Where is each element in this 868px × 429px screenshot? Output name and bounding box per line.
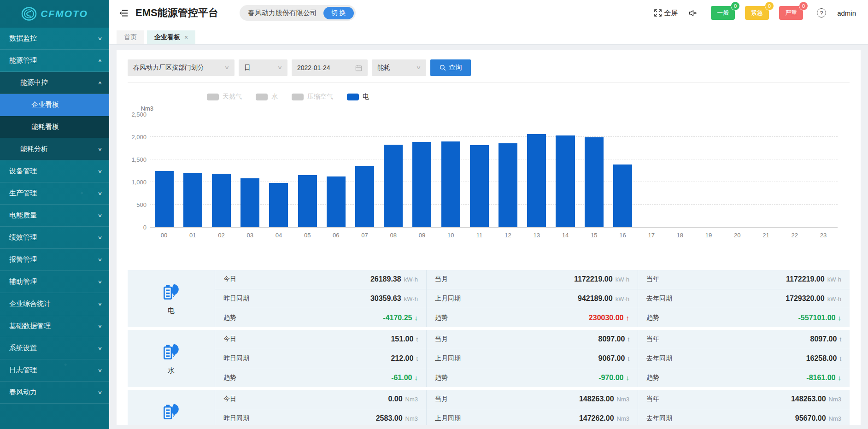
alarm-badge-urgent[interactable]: 紧急0	[745, 6, 769, 20]
mute-button[interactable]	[689, 10, 697, 17]
stat-unit: t	[628, 336, 629, 343]
legend-item[interactable]: 天然气	[207, 93, 242, 101]
chevron-down-icon: ∨	[98, 235, 103, 241]
stat-label: 去年同期	[646, 354, 672, 363]
stat-label: 趋势	[435, 314, 448, 322]
stat-value-wrap: 30359.63kW·h	[370, 294, 418, 303]
legend-item[interactable]: 水	[256, 93, 278, 101]
stat-value: 1172219.00	[786, 275, 825, 283]
sidebar-item[interactable]: 生产管理∨	[0, 182, 109, 205]
stat-value: -557101.00	[798, 314, 836, 322]
sidebar-item[interactable]: 能耗看板	[0, 116, 109, 138]
sidebar-item-label: 能耗看板	[31, 123, 102, 131]
fullscreen-button[interactable]: 全屏	[654, 9, 678, 18]
stat-cell: 当月148263.00Nm3	[427, 390, 638, 409]
stat-value: 942189.00	[578, 294, 613, 303]
sidebar-item[interactable]: 基础数据管理∨	[0, 315, 109, 337]
sidebar-item[interactable]: 能源管理∧	[0, 50, 109, 72]
date-picker[interactable]: 2022-01-24	[292, 59, 368, 76]
period-select[interactable]: 日 ∨	[239, 59, 287, 76]
sidebar-item[interactable]: 报警管理∨	[0, 249, 109, 271]
menu-fold-button[interactable]	[119, 9, 128, 17]
sidebar-item-label: 系统设置	[9, 344, 98, 353]
stat-value: 151.00	[391, 335, 413, 343]
stat-value-wrap: -557101.00↓	[798, 314, 841, 322]
sidebar-item-label: 报警管理	[9, 255, 98, 264]
switch-company-button[interactable]: 切 换	[323, 7, 354, 19]
stat-value: 30359.63	[370, 294, 401, 303]
alarm-badge-general[interactable]: 一般0	[711, 6, 735, 20]
query-button[interactable]: 查询	[430, 59, 471, 76]
org-select[interactable]: 春风动力厂区按部门划分 ∨	[128, 59, 235, 76]
x-axis-label: 16	[619, 232, 626, 239]
sidebar-item[interactable]: 春风动力∨	[0, 382, 109, 404]
chart-bar	[355, 166, 374, 227]
menu-fold-icon	[119, 9, 128, 17]
sidebar-item-label: 辅助管理	[9, 277, 98, 286]
tab-label: 首页	[124, 33, 137, 41]
stat-icon-cell: 天然气	[128, 390, 215, 425]
energy-stats-table: 电今日26189.38kW·h昨日同期30359.63kW·h趋势-4170.2…	[128, 270, 850, 425]
stat-value-wrap: 8097.00t	[810, 335, 841, 343]
legend-item[interactable]: 电	[347, 93, 369, 101]
sidebar-item[interactable]: 数据监控∨	[0, 28, 109, 50]
stat-cell: 昨日同期2583.00Nm3	[215, 409, 427, 425]
sidebar-item-label: 基础数据管理	[9, 322, 98, 330]
alarm-count-badge: 0	[731, 2, 739, 10]
sidebar-item[interactable]: 能源中控∧	[0, 72, 109, 94]
stat-label: 上月同期	[435, 354, 461, 363]
legend-item[interactable]: 压缩空气	[292, 93, 333, 101]
stat-value: 95670.00	[795, 414, 826, 423]
close-icon[interactable]: ×	[184, 34, 188, 41]
stat-value-wrap: 2583.00Nm3	[376, 414, 418, 423]
x-axis-label: 21	[762, 232, 769, 239]
stat-value: 212.00	[391, 354, 413, 363]
stat-value-wrap: 148263.00Nm3	[579, 395, 629, 403]
sidebar-item[interactable]: 日志管理∨	[0, 359, 109, 382]
trend-down-icon: ↓	[838, 374, 842, 382]
app-root: CFMOTO 数据监控∨能源管理∧能源中控∧企业看板能耗看板能耗分析∨设备管理∨…	[0, 0, 868, 429]
stat-cell: 昨日同期30359.63kW·h	[215, 289, 427, 309]
stat-value-wrap: 1172219.00kW·h	[786, 275, 841, 283]
metric-select[interactable]: 能耗 ∨	[372, 59, 426, 76]
alarm-badge-critical[interactable]: 严重0	[779, 6, 803, 20]
sidebar-item[interactable]: 绩效管理∨	[0, 227, 109, 249]
stat-label: 趋势	[646, 314, 659, 322]
tab-enterprise-board[interactable]: 企业看板×	[147, 30, 195, 44]
sidebar-item-label: 日志管理	[9, 366, 98, 375]
stat-cell: 上月同期9067.00t	[427, 349, 638, 369]
battery-leaf-icon	[161, 342, 182, 362]
stat-cell: 趋势-970.00↓	[427, 368, 638, 387]
tab-home[interactable]: 首页	[117, 30, 144, 44]
chevron-down-icon: ∨	[98, 323, 103, 329]
search-icon	[440, 65, 446, 71]
sidebar: CFMOTO 数据监控∨能源管理∧能源中控∧企业看板能耗看板能耗分析∨设备管理∨…	[0, 0, 109, 429]
main-area: EMS能源管控平台 春风动力股份有限公司 切 换 全屏	[109, 0, 868, 429]
sidebar-item[interactable]: 系统设置∨	[0, 337, 109, 359]
sidebar-item[interactable]: 能耗分析∨	[0, 138, 109, 160]
y-axis-label: 500	[128, 201, 147, 208]
tab-bar: 首页企业看板×	[109, 26, 868, 45]
stat-value-wrap: 95670.00Nm3	[795, 414, 841, 423]
chevron-down-icon: ∨	[98, 390, 103, 395]
legend-swatch	[256, 94, 268, 100]
stat-unit: Nm3	[405, 415, 418, 422]
help-icon[interactable]: ?	[817, 8, 826, 18]
stat-cell: 趋势-61.00↓	[215, 368, 427, 387]
username[interactable]: admin	[837, 9, 856, 17]
stat-row-group: 水今日151.00t昨日同期212.00t趋势-61.00↓当月8097.00t…	[128, 330, 850, 387]
x-axis-label: 20	[734, 232, 740, 239]
sidebar-item[interactable]: 辅助管理∨	[0, 271, 109, 293]
x-axis-label: 03	[246, 232, 253, 239]
sidebar-item[interactable]: 企业看板	[0, 94, 109, 116]
sidebar-item[interactable]: 设备管理∨	[0, 160, 109, 182]
sidebar-item-label: 绩效管理	[9, 233, 98, 242]
topbar-right: 全屏 一般0紧急0严重0 ? admin	[654, 6, 856, 20]
sidebar-item[interactable]: 电能质量∨	[0, 205, 109, 227]
stat-label: 今日	[223, 335, 236, 343]
stat-value: 8097.00	[810, 335, 837, 343]
stat-value: -61.00	[391, 374, 412, 382]
org-select-value: 春风动力厂区按部门划分	[133, 64, 204, 72]
sidebar-item[interactable]: 企业综合统计∨	[0, 293, 109, 315]
stat-label: 当月	[435, 335, 448, 343]
